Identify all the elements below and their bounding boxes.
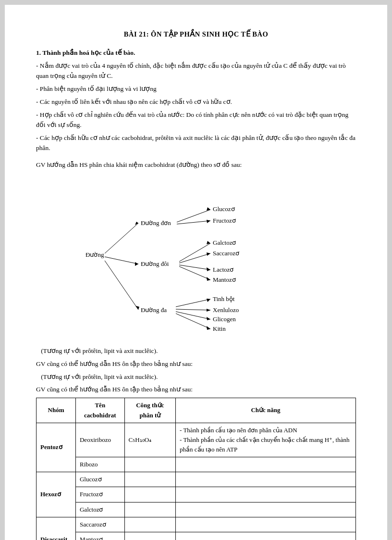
col-ten: Tên cacbohidrat: [75, 398, 124, 423]
svg-marker-25: [207, 326, 210, 330]
section1-line5: - Các hợp chất hữu cơ như các cacbohidra…: [36, 133, 356, 153]
svg-marker-9: [207, 220, 210, 223]
cell-formula-ribozo: [124, 457, 176, 472]
cell-ribozo: Ribozo: [75, 457, 124, 472]
section1-line2: - Phân biệt nguyên tố đại lượng và vi lư…: [36, 84, 356, 94]
note4: GV cũng có thể hướng dẫn HS ôn tập theo …: [36, 385, 356, 395]
svg-line-10: [179, 243, 210, 262]
cell-fructozo: Fructozơ: [75, 487, 124, 502]
svg-line-16: [179, 266, 210, 280]
col-nhom: Nhóm: [37, 398, 76, 423]
cell-func-saccarozo: [176, 517, 356, 532]
svg-marker-23: [207, 317, 210, 320]
node-mantozo: Mantozơ: [213, 276, 236, 283]
svg-line-24: [176, 314, 210, 329]
node-fructozo: Fructozơ: [213, 217, 236, 224]
svg-marker-5: [135, 306, 139, 310]
cell-saccarozo: Saccarozơ: [75, 517, 124, 532]
cell-formula-galctozo: [124, 502, 176, 517]
svg-marker-15: [207, 267, 210, 271]
svg-line-4: [105, 261, 138, 310]
note3: (Tương tự với prôtêin, lipit và axit nuc…: [36, 372, 356, 382]
page-title: BÀI 21: ÔN TẬP PHẦN SINH HỌC TẾ BÀO: [36, 29, 356, 39]
cell-glucozo: Glucozơ: [75, 472, 124, 487]
page: BÀI 21: ÔN TẬP PHẦN SINH HỌC TẾ BÀO 1. T…: [5, 5, 387, 540]
table-row: Disaccarit Saccarozơ: [37, 517, 356, 532]
cell-func-galctozo: [176, 502, 356, 517]
section1-line3: - Các nguyên tố liên kết với nhau tạo nê…: [36, 97, 356, 107]
svg-marker-21: [207, 309, 210, 312]
section1-heading: 1. Thành phần hoá học của tế bào.: [36, 48, 356, 58]
table-row: Pentozơ Deoxiribozo C₅H₁₀O₄ - Thành phần…: [37, 423, 356, 457]
table-row: Galctozơ: [37, 502, 356, 517]
cell-func-fructozo: [176, 487, 356, 502]
node-duong: Đường: [86, 251, 104, 258]
table-row: Mantozơ: [37, 532, 356, 540]
group-hexozo: Hexozơ: [37, 472, 76, 517]
svg-marker-13: [207, 252, 210, 256]
cell-formula-deoxiribozo: C₅H₁₀O₄: [124, 423, 176, 457]
node-tinhbot: Tinh bột: [213, 295, 235, 302]
svg-line-20: [176, 309, 210, 310]
col-chucnang: Chức năng: [176, 398, 356, 423]
col-cthh: Công thức phân tử: [124, 398, 176, 423]
section1-line1: - Nắm được vai trò của 4 nguyên tố chính…: [36, 61, 356, 81]
table-row: Ribozo: [37, 457, 356, 472]
cell-formula-mantozo: [124, 532, 176, 540]
node-glucozo: Glucozơ: [213, 205, 235, 213]
cell-formula-saccarozo: [124, 517, 176, 532]
node-duong-da: Đường đa: [141, 306, 167, 314]
svg-line-14: [179, 265, 210, 270]
node-lactozo: Lactozơ: [213, 266, 233, 273]
cell-deoxiribozo: Deoxiribozo: [75, 423, 124, 457]
svg-marker-3: [135, 262, 138, 266]
cell-func-ribozo: [176, 457, 356, 472]
node-duong-don: Đường đơn: [141, 219, 171, 226]
note2: GV cũng có thể hướng dẫn HS ôn tập theo …: [36, 359, 356, 369]
node-duong-doi: Đường đôi: [141, 260, 169, 267]
group-pentozo: Pentozơ: [37, 423, 76, 472]
cell-func-deoxiribozo: - Thành phần cấu tạo nên đơn phân của AD…: [176, 423, 356, 457]
svg-line-0: [105, 223, 138, 253]
svg-line-12: [179, 253, 210, 263]
cell-mantozo: Mantozơ: [75, 532, 124, 540]
svg-marker-19: [207, 299, 210, 302]
cell-formula-fructozo: [124, 487, 176, 502]
section1-line4: - Hợp chất vô cơ chỉ nghiên cứu đến vai …: [36, 110, 356, 130]
node-kitin: Kitin: [213, 325, 226, 332]
diagram-container: .d-text { font-family: 'Times New Roman'…: [36, 175, 356, 339]
cell-func-mantozo: [176, 532, 356, 540]
cell-galctozo: Galctozơ: [75, 502, 124, 517]
note1: (Tương tự với prôtêin, lipit và axit nuc…: [36, 346, 356, 356]
table-row: Fructozơ: [37, 487, 356, 502]
svg-line-22: [176, 312, 210, 319]
node-saccarozo: Saccarozơ: [213, 250, 239, 257]
node-xenlulo: Xenlulozo: [213, 306, 239, 314]
group-disaccarit: Disaccarit: [37, 517, 76, 540]
node-glicogen: Glicogen: [213, 315, 236, 323]
table-row: Hexozơ Glucozơ: [37, 472, 356, 487]
svg-line-8: [177, 221, 210, 224]
diagram-svg: .d-text { font-family: 'Times New Roman'…: [71, 175, 321, 339]
svg-marker-17: [207, 277, 210, 281]
node-galctozo: Galctozơ: [213, 239, 236, 246]
svg-line-2: [105, 257, 138, 264]
carbohydrate-table: Nhóm Tên cacbohidrat Công thức phân tử C…: [36, 398, 356, 540]
svg-line-6: [177, 210, 210, 222]
cell-formula-glucozo: [124, 472, 176, 487]
diagram-label: GV hướng dẫn HS phân chia khái niệm cacb…: [36, 160, 356, 170]
svg-line-18: [176, 299, 210, 307]
cell-func-glucozo: [176, 472, 356, 487]
